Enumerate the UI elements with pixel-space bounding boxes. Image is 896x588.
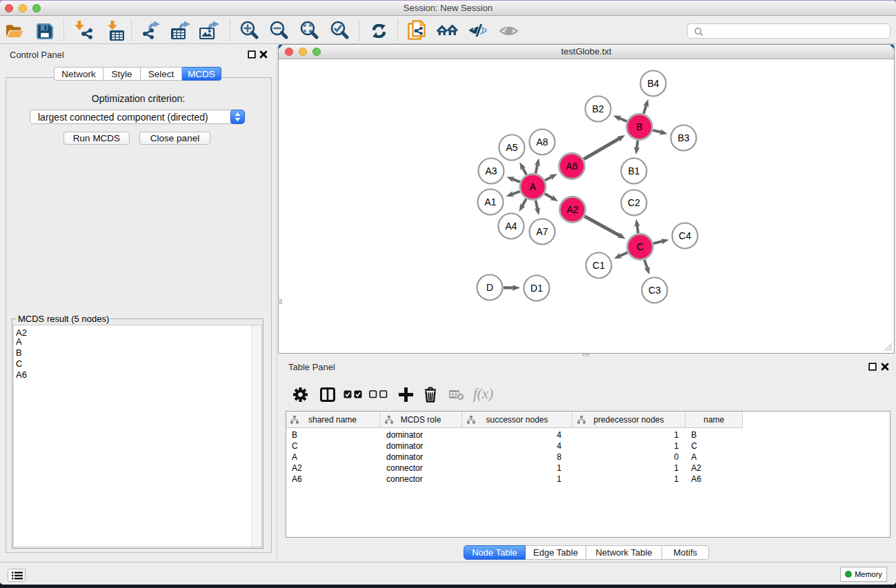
svg-text:A: A xyxy=(530,181,537,192)
svg-text:B3: B3 xyxy=(677,132,689,143)
svg-text:A3: A3 xyxy=(485,165,497,176)
svg-text:D1: D1 xyxy=(530,283,543,294)
svg-text:A2: A2 xyxy=(566,204,578,215)
svg-text:B2: B2 xyxy=(592,103,604,114)
svg-text:C4: C4 xyxy=(679,230,691,241)
svg-text:C: C xyxy=(637,241,644,252)
svg-text:B4: B4 xyxy=(647,78,659,89)
svg-text:A6: A6 xyxy=(566,161,577,172)
svg-text:A8: A8 xyxy=(536,136,548,148)
svg-text:D: D xyxy=(486,282,493,293)
svg-text:C1: C1 xyxy=(593,260,605,271)
svg-text:B1: B1 xyxy=(628,165,639,176)
svg-text:C3: C3 xyxy=(648,285,661,296)
svg-text:A7: A7 xyxy=(536,226,548,237)
svg-text:A5: A5 xyxy=(506,142,517,153)
svg-text:A4: A4 xyxy=(505,221,517,232)
svg-text:C2: C2 xyxy=(628,197,640,208)
svg-text:A1: A1 xyxy=(484,196,496,207)
svg-text:B: B xyxy=(636,121,642,132)
